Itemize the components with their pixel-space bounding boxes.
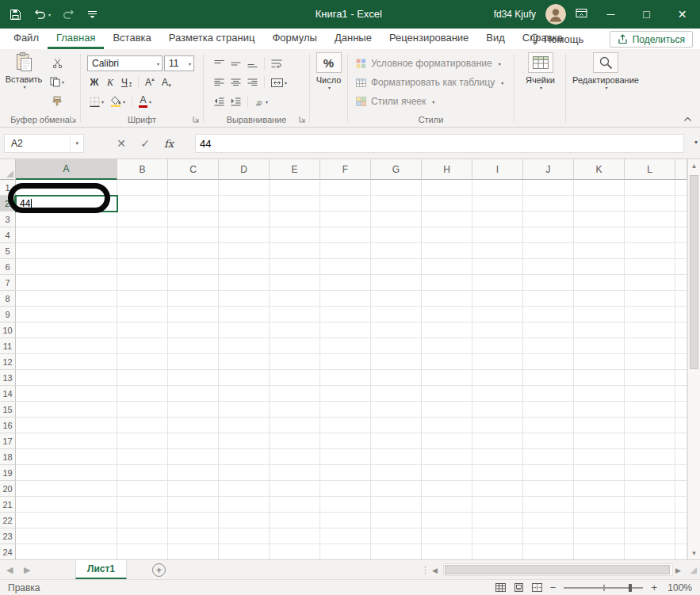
ribbon-tab[interactable]: Вставка bbox=[104, 29, 159, 49]
cell[interactable] bbox=[117, 497, 168, 513]
cell[interactable] bbox=[422, 465, 472, 481]
cell[interactable] bbox=[117, 291, 168, 307]
cell[interactable] bbox=[117, 243, 168, 259]
row-header[interactable]: 4 bbox=[0, 227, 16, 243]
cell[interactable] bbox=[270, 433, 320, 449]
cell[interactable] bbox=[117, 338, 168, 354]
cell[interactable] bbox=[472, 322, 523, 338]
cell[interactable] bbox=[16, 418, 117, 433]
select-all-corner[interactable] bbox=[0, 159, 16, 180]
cell[interactable] bbox=[320, 180, 371, 196]
cell[interactable] bbox=[168, 544, 219, 559]
row-header[interactable]: 8 bbox=[0, 291, 16, 307]
cell[interactable] bbox=[625, 212, 675, 227]
name-box-dropdown-arrow[interactable]: ▾ bbox=[70, 135, 83, 152]
cell[interactable] bbox=[320, 513, 371, 528]
cell[interactable] bbox=[320, 465, 371, 481]
cell[interactable] bbox=[168, 402, 219, 418]
cell[interactable] bbox=[270, 544, 320, 559]
zoom-slider-thumb[interactable] bbox=[629, 584, 632, 592]
cell[interactable] bbox=[16, 275, 117, 291]
cell[interactable] bbox=[16, 227, 117, 243]
cell[interactable] bbox=[472, 449, 523, 465]
cell[interactable] bbox=[219, 212, 270, 227]
ribbon-display-options-button[interactable] bbox=[576, 8, 587, 21]
column-header[interactable]: K bbox=[574, 159, 625, 180]
cell[interactable] bbox=[523, 386, 574, 402]
cell[interactable] bbox=[472, 307, 523, 322]
cell[interactable] bbox=[16, 449, 117, 465]
cell[interactable] bbox=[320, 227, 371, 243]
wrap-text-button[interactable] bbox=[269, 55, 285, 71]
row-header[interactable]: 12 bbox=[0, 354, 16, 370]
cell[interactable] bbox=[625, 497, 675, 513]
cell[interactable] bbox=[625, 370, 675, 386]
column-header[interactable]: L bbox=[625, 159, 675, 180]
cell[interactable] bbox=[219, 275, 270, 291]
cell[interactable] bbox=[625, 227, 675, 243]
cell[interactable] bbox=[16, 307, 117, 322]
cell[interactable] bbox=[574, 386, 625, 402]
cell[interactable] bbox=[117, 433, 168, 449]
vertical-scrollbar[interactable]: ▲ ▼ bbox=[687, 159, 700, 559]
column-header[interactable]: D bbox=[219, 159, 270, 180]
cell[interactable] bbox=[270, 291, 320, 307]
cell[interactable] bbox=[168, 528, 219, 544]
ribbon-tab[interactable]: Формулы bbox=[263, 29, 326, 49]
insert-function-button[interactable]: fx bbox=[157, 138, 181, 150]
cell[interactable] bbox=[371, 259, 422, 275]
sheet-nav-right-button[interactable]: ▶ bbox=[24, 560, 30, 580]
cell[interactable] bbox=[523, 354, 574, 370]
format-as-table-button[interactable]: Форматировать как таблицу▾ bbox=[356, 74, 503, 90]
cell[interactable] bbox=[472, 481, 523, 497]
zoom-out-button[interactable]: − bbox=[550, 582, 557, 593]
cell[interactable] bbox=[320, 291, 371, 307]
row-header[interactable]: 20 bbox=[0, 481, 16, 497]
horizontal-scrollbar[interactable] bbox=[443, 563, 673, 576]
cell[interactable] bbox=[625, 418, 675, 433]
cell[interactable] bbox=[219, 259, 270, 275]
orientation-button[interactable]: ab▾ bbox=[252, 93, 270, 109]
cell[interactable] bbox=[117, 465, 168, 481]
align-center-button[interactable] bbox=[228, 74, 243, 90]
increase-indent-button[interactable] bbox=[228, 93, 243, 109]
cell[interactable] bbox=[168, 513, 219, 528]
cell[interactable] bbox=[625, 449, 675, 465]
cell[interactable] bbox=[219, 418, 270, 433]
cell[interactable] bbox=[523, 322, 574, 338]
cell[interactable] bbox=[523, 544, 574, 559]
cell[interactable] bbox=[168, 275, 219, 291]
cell[interactable] bbox=[472, 370, 523, 386]
row-header[interactable]: 9 bbox=[0, 307, 16, 322]
cell[interactable] bbox=[422, 497, 472, 513]
cell[interactable] bbox=[168, 386, 219, 402]
row-header[interactable]: 23 bbox=[0, 528, 16, 544]
cell[interactable] bbox=[574, 544, 625, 559]
cell-styles-button[interactable]: Стили ячеек▾ bbox=[356, 93, 434, 109]
cell[interactable] bbox=[422, 259, 472, 275]
cell[interactable] bbox=[270, 481, 320, 497]
alignment-dialog-launcher[interactable] bbox=[299, 116, 306, 123]
cell[interactable] bbox=[320, 322, 371, 338]
align-top-button[interactable] bbox=[212, 55, 227, 71]
cell[interactable] bbox=[574, 227, 625, 243]
cell[interactable] bbox=[320, 544, 371, 559]
cell[interactable] bbox=[16, 338, 117, 354]
cell[interactable] bbox=[472, 402, 523, 418]
cell[interactable] bbox=[422, 513, 472, 528]
formula-bar-expand-button[interactable]: ▾ bbox=[694, 139, 698, 146]
cell[interactable] bbox=[320, 528, 371, 544]
ribbon-tab[interactable]: Главная bbox=[48, 29, 104, 49]
cell[interactable] bbox=[16, 243, 117, 259]
cell[interactable] bbox=[574, 449, 625, 465]
view-page-break-button[interactable] bbox=[532, 583, 542, 592]
ribbon-tab[interactable]: Файл bbox=[5, 29, 48, 49]
cell[interactable] bbox=[270, 386, 320, 402]
cell[interactable] bbox=[270, 513, 320, 528]
cell[interactable] bbox=[320, 354, 371, 370]
cell[interactable] bbox=[16, 433, 117, 449]
collapse-ribbon-button[interactable] bbox=[683, 116, 692, 122]
cell[interactable] bbox=[219, 544, 270, 559]
cell[interactable] bbox=[219, 433, 270, 449]
underline-button[interactable]: Ч▾ bbox=[119, 74, 134, 90]
